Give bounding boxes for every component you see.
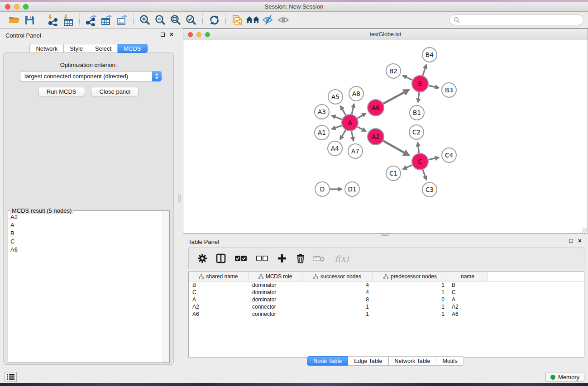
table-row[interactable]: A2connector11A2	[189, 303, 584, 310]
graph-edge-A-A2[interactable]	[358, 127, 366, 131]
tab-select[interactable]: Select	[89, 44, 118, 53]
graph-node-C2[interactable]: C2	[409, 125, 424, 139]
column-header-name[interactable]: name	[448, 272, 488, 281]
graph-node-A5[interactable]: A5	[328, 90, 343, 104]
graph-node-A6[interactable]: A6	[368, 100, 384, 116]
table-row[interactable]: Cdominator41C	[189, 289, 584, 296]
result-list-scrollbar[interactable]	[163, 211, 169, 362]
graph-node-A7[interactable]: A7	[348, 144, 363, 158]
run-mcds-button[interactable]: Run MCDS	[38, 87, 85, 96]
tab-edge-table[interactable]: Edge Table	[348, 356, 388, 366]
search-input[interactable]	[460, 15, 583, 24]
zoom-selected-button[interactable]	[183, 13, 199, 27]
float-panel-icon[interactable]	[161, 33, 165, 37]
tab-motifs[interactable]: Motifs	[436, 356, 464, 366]
graph-edge-B-B2[interactable]	[403, 76, 412, 80]
vertical-splitter-handle[interactable]	[178, 195, 181, 202]
result-item[interactable]: B	[10, 229, 162, 238]
graph-node-A8[interactable]: A8	[349, 86, 363, 101]
import-table-button[interactable]	[60, 13, 76, 27]
search-field[interactable]	[449, 14, 583, 25]
import-network-button[interactable]	[45, 13, 60, 27]
close-table-panel-icon[interactable]: ×	[578, 238, 582, 243]
hide-selected-button[interactable]	[260, 13, 276, 27]
graph-node-B3[interactable]: B3	[442, 83, 456, 97]
column-header-shared-name[interactable]: shared name	[189, 272, 249, 281]
resize-grip-icon[interactable]	[582, 228, 587, 233]
graph-edge-B-B1[interactable]	[418, 92, 419, 102]
delete-column-button[interactable]	[295, 253, 306, 264]
tab-network[interactable]: Network	[29, 44, 64, 53]
optimization-criterion-select[interactable]: largest connected component (directed)	[20, 71, 162, 81]
column-header-predecessor-nodes[interactable]: predecessor nodes	[373, 272, 448, 281]
graph-edge-C-C4[interactable]	[429, 157, 439, 160]
table-row[interactable]: Bdominator41B	[189, 281, 584, 289]
network-canvas[interactable]: AA1A2A3A4A5A6A7A8BB1B2B3B4CC1C2C3C4DD1	[183, 40, 588, 233]
float-table-panel-icon[interactable]	[569, 239, 573, 243]
graph-node-C4[interactable]: C4	[442, 148, 456, 162]
zoom-out-button[interactable]	[153, 13, 168, 27]
table-row[interactable]: Adominator80A	[189, 296, 584, 303]
add-column-button[interactable]	[276, 253, 288, 264]
graph-node-B[interactable]: B	[412, 76, 428, 92]
close-panel-button[interactable]: Close panel	[91, 87, 139, 96]
graph-edge-C-C3[interactable]	[423, 170, 426, 180]
graph-node-A1[interactable]: A1	[315, 125, 329, 140]
panel-menu-button[interactable]	[5, 372, 17, 382]
memory-button[interactable]: Memory	[545, 372, 584, 382]
graph-node-A3[interactable]: A3	[315, 105, 329, 119]
zoom-in-button[interactable]	[137, 13, 153, 27]
deselect-all-button[interactable]	[255, 253, 269, 264]
graph-edge-A6-B[interactable]	[383, 90, 409, 104]
result-item[interactable]: A2	[10, 213, 162, 221]
graph-edge-A-A8[interactable]	[352, 104, 354, 114]
close-panel-icon[interactable]: ×	[170, 32, 173, 37]
graph-edge-B-B3[interactable]	[429, 86, 439, 88]
select-all-button[interactable]	[234, 253, 248, 264]
clone-network-button[interactable]	[229, 13, 245, 27]
graph-node-C3[interactable]: C3	[422, 182, 437, 197]
table-settings-button[interactable]	[196, 253, 208, 264]
graph-node-A[interactable]: A	[342, 114, 358, 131]
column-header-successor-nodes[interactable]: successor nodes	[302, 272, 373, 281]
refresh-button[interactable]	[206, 13, 222, 27]
network-window-titlebar[interactable]: testGlobe.txt	[183, 29, 588, 40]
show-columns-button[interactable]	[215, 253, 227, 264]
tab-mcds[interactable]: MCDS	[118, 44, 147, 53]
tab-style[interactable]: Style	[64, 44, 89, 53]
graph-edge-A-A4[interactable]	[340, 130, 346, 139]
graph-edge-A-A5[interactable]	[340, 106, 345, 115]
graph-edge-A-A7[interactable]	[352, 131, 354, 141]
graph-node-B1[interactable]: B1	[410, 105, 424, 120]
open-session-button[interactable]	[6, 13, 22, 27]
export-table-button[interactable]	[99, 13, 114, 27]
graph-node-D[interactable]: D	[315, 182, 330, 196]
zoom-fit-button[interactable]	[168, 13, 183, 27]
graph-edge-A-A3[interactable]	[332, 115, 342, 119]
graph-edge-B-B4[interactable]	[423, 65, 426, 76]
graph-node-C[interactable]: C	[412, 153, 428, 170]
graph-node-D1[interactable]: D1	[345, 182, 359, 196]
result-item[interactable]: C	[10, 238, 162, 246]
graph-edge-C-C2[interactable]	[418, 143, 419, 153]
show-all-button[interactable]	[276, 13, 291, 27]
houses-button[interactable]	[245, 13, 260, 27]
column-header-MCDS-role[interactable]: MCDS role	[249, 272, 302, 281]
graph-node-A2[interactable]: A2	[368, 129, 384, 145]
save-session-button[interactable]	[22, 13, 37, 27]
result-item[interactable]: A	[10, 221, 162, 229]
graph-node-B2[interactable]: B2	[386, 64, 401, 78]
graph-edge-A-A6[interactable]	[357, 114, 366, 119]
graph-node-B4[interactable]: B4	[422, 48, 437, 62]
table-row[interactable]: A6connector11A6	[189, 310, 584, 318]
tab-network-table[interactable]: Network Table	[389, 356, 437, 366]
tab-node-table[interactable]: Node Table	[307, 356, 348, 366]
graph-node-C1[interactable]: C1	[386, 166, 401, 181]
window-titlebar[interactable]: Session: New Session	[0, 2, 588, 12]
graph-edge-A2-C[interactable]	[383, 141, 409, 155]
export-network-button[interactable]	[83, 13, 99, 27]
graph-edge-C-C1[interactable]	[403, 165, 412, 169]
graph-edge-A-A1[interactable]	[332, 125, 342, 129]
export-image-button[interactable]	[114, 13, 129, 27]
result-item[interactable]: A6	[10, 246, 162, 254]
